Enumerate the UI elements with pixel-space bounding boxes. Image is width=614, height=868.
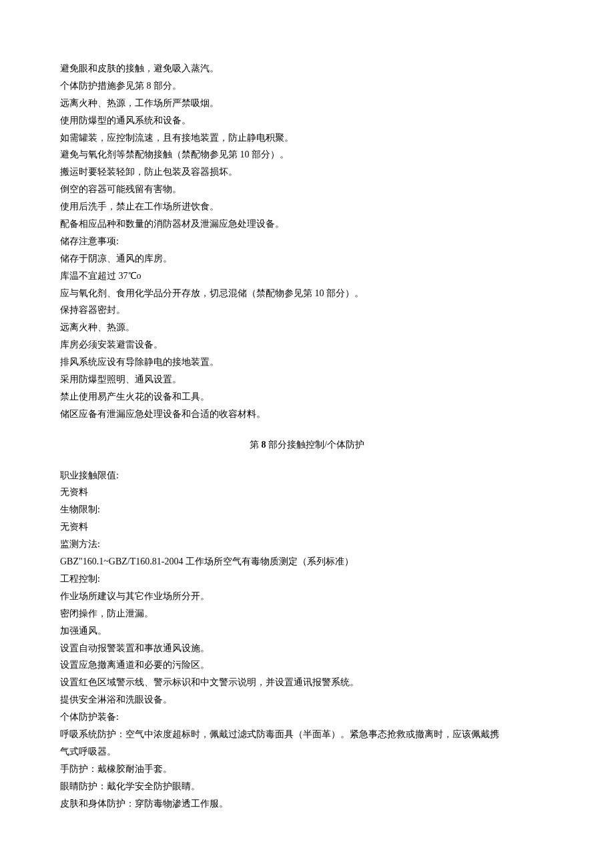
storage-label: 储存注意事项: xyxy=(60,233,554,250)
engineering-line: 设置红色区域警示线、警示标识和中文警示说明，并设置通讯报警系统。 xyxy=(60,674,554,691)
heading-suffix: 部分接触控制/个体防护 xyxy=(268,440,364,450)
handling-line: 倒空的容器可能残留有害物。 xyxy=(60,181,554,198)
storage-line: 保持容器密封。 xyxy=(60,302,554,319)
storage-line: 库温不宜超过 37℃o xyxy=(60,268,554,285)
engineering-line: 设置应急撤离通道和必要的污险区。 xyxy=(60,657,554,674)
ppe-respiratory-line1: 呼吸系统防护：空气中浓度超标时，佩戴过滤式防毒面具（半面革）。紧急事态抢救或撤离… xyxy=(60,726,554,743)
occupational-limit-value: 无资料 xyxy=(60,484,554,501)
ppe-skin: 皮肤和身体防护：穿防毒物渗透工作服。 xyxy=(60,795,554,813)
heading-prefix: 第 xyxy=(250,440,259,450)
engineering-line: 设置自动报警装置和事故通风设施。 xyxy=(60,640,554,657)
ppe-label: 个体防护装备: xyxy=(60,709,554,726)
engineering-line: 加强通风。 xyxy=(60,622,554,640)
storage-line: 储区应备有泄漏应急处理设备和合适的收容材料。 xyxy=(60,406,554,423)
storage-precautions: 储存于阴凉、通风的库房。 库温不宜超过 37℃o 应与氧化剂、食用化学品分开存放… xyxy=(60,250,554,423)
monitoring-method-value: GBZ"160.1~GBZ/T160.81-2004 工作场所空气有毒物质测定（… xyxy=(60,553,554,570)
storage-line: 储存于阴凉、通风的库房。 xyxy=(60,250,554,268)
section-8-heading: 第 8 部分接触控制/个体防护 xyxy=(60,436,554,454)
storage-line: 远离火种、热源。 xyxy=(60,319,554,336)
storage-line: 排风系统应设有导除静电的接地装置。 xyxy=(60,354,554,371)
handling-line: 使用防爆型的通风系统和设备。 xyxy=(60,112,554,129)
heading-number: 8 xyxy=(259,440,268,450)
engineering-control-label: 工程控制: xyxy=(60,570,554,588)
handling-line: 搬运时要轻装轻卸，防止包装及容器损坏。 xyxy=(60,163,554,181)
handling-line: 个体防护措施参见第 8 部分。 xyxy=(60,77,554,95)
ppe-hand: 手防护：戴橡胶耐油手套。 xyxy=(60,761,554,778)
biological-limit-value: 无资料 xyxy=(60,518,554,536)
engineering-line: 作业场所建议与其它作业场所分开。 xyxy=(60,588,554,605)
ppe-respiratory-line2: 气式呼吸器。 xyxy=(60,743,554,761)
biological-limit-label: 生物限制: xyxy=(60,501,554,518)
handling-line: 避免与氧化剂等禁配物接触（禁配物参见第 10 部分）。 xyxy=(60,146,554,163)
monitoring-method-label: 监测方法: xyxy=(60,536,554,553)
storage-line: 应与氧化剂、食用化学品分开存放，切忌混储（禁配物参见第 10 部分）。 xyxy=(60,285,554,302)
handling-line: 使用后洗手，禁止在工作场所进饮食。 xyxy=(60,198,554,215)
handling-line: 如需罐装，应控制流速，且有接地装置，防止静电积聚。 xyxy=(60,129,554,147)
ppe-eye: 眼睛防护：戴化学安全防护眼睛。 xyxy=(60,778,554,795)
handling-precautions: 避免眼和皮肤的接触，避免吸入蒸汽。 个体防护措施参见第 8 部分。 远离火种、热… xyxy=(60,60,554,233)
occupational-limit-label: 职业接触限值: xyxy=(60,467,554,484)
handling-line: 配备相应品种和数量的消防器材及泄漏应急处理设备。 xyxy=(60,215,554,233)
storage-line: 采用防爆型照明、通风设置。 xyxy=(60,371,554,388)
engineering-controls: 作业场所建议与其它作业场所分开。 密闭操作，防止泄漏。 加强通风。 设置自动报警… xyxy=(60,588,554,709)
engineering-line: 提供安全淋浴和洗眼设备。 xyxy=(60,691,554,709)
engineering-line: 密闭操作，防止泄漏。 xyxy=(60,605,554,622)
storage-line: 禁止使用易产生火花的设备和工具。 xyxy=(60,388,554,406)
storage-line: 库房必须安装避雷设备。 xyxy=(60,336,554,354)
handling-line: 避免眼和皮肤的接触，避免吸入蒸汽。 xyxy=(60,60,554,77)
handling-line: 远离火种、热源，工作场所严禁吸烟。 xyxy=(60,95,554,112)
